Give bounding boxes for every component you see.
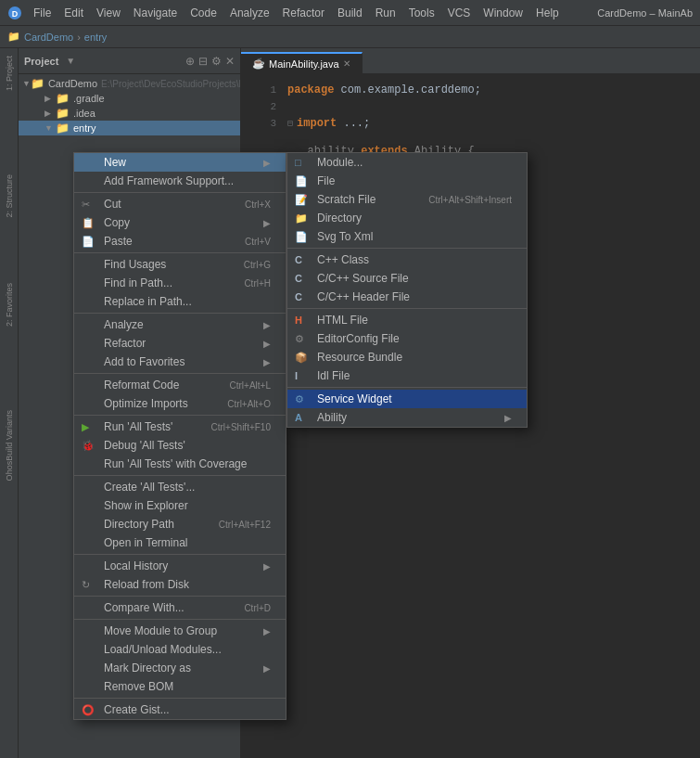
ctx-item-show-explorer[interactable]: Show in Explorer (74, 496, 286, 515)
tree-item-entry[interactable]: ▼ 📁 entry (19, 121, 240, 135)
ctx-sep-7 (74, 554, 286, 555)
ctx-item-analyze[interactable]: Analyze ▶ (74, 315, 286, 334)
ctx-item-reformat[interactable]: Reformat Code Ctrl+Alt+L (74, 376, 286, 394)
submenu-item-file[interactable]: 📄 File (287, 172, 527, 190)
submenu-item-html[interactable]: H HTML File (287, 311, 527, 329)
submenu-item-idl-file[interactable]: I Idl File (287, 366, 527, 385)
ctx-item-remove-bom[interactable]: Remove BOM (74, 677, 286, 696)
ctx-item-local-history[interactable]: Local History ▶ (74, 557, 286, 575)
submenu-item-cpp-class[interactable]: C C++ Class (287, 251, 527, 269)
ctx-item-paste[interactable]: 📄 Paste Ctrl+V (74, 232, 286, 251)
settings-icon[interactable]: ⚙ (211, 55, 222, 68)
sidebar-tab-structure[interactable]: 2: Structure (3, 171, 16, 222)
tab-main-ability[interactable]: ☕ MainAbility.java ✕ (241, 52, 363, 73)
breadcrumb-project-icon: 📁 (7, 31, 20, 43)
ctx-sep-10 (74, 698, 286, 699)
ctx-item-add-favorites[interactable]: Add to Favorites ▶ (74, 353, 286, 371)
collapse-icon[interactable]: ⊟ (198, 55, 208, 68)
ctx-item-compare-with[interactable]: Compare With... Ctrl+D (74, 598, 286, 617)
tree-item-carddemo[interactable]: ▼ 📁 CardDemo E:\Project\DevEcoStudioProj… (19, 76, 240, 91)
ctx-sep-1 (74, 192, 286, 193)
menu-build[interactable]: Build (332, 5, 368, 21)
tab-close-icon[interactable]: ✕ (343, 58, 350, 69)
menu-help[interactable]: Help (530, 5, 565, 21)
ctx-item-add-framework[interactable]: Add Framework Support... (74, 172, 286, 190)
ctx-sep-4 (74, 373, 286, 374)
submenu-item-resource-bundle[interactable]: 📦 Resource Bundle (287, 348, 527, 366)
ctx-sep-3 (74, 313, 286, 314)
menu-run[interactable]: Run (370, 5, 401, 21)
ctx-item-cut[interactable]: ✂ Cut Ctrl+X (74, 195, 286, 213)
ctx-sep-9 (74, 619, 286, 620)
submenu-item-module[interactable]: □ Module... (287, 153, 527, 172)
context-menu: New ▶ Add Framework Support... ✂ Cut Ctr… (73, 152, 286, 720)
ctx-item-create-gist[interactable]: ⭕ Create Gist... (74, 700, 286, 719)
ctx-item-mark-dir[interactable]: Mark Directory as ▶ (74, 659, 286, 677)
code-line-2: 2 (241, 98, 700, 115)
ctx-item-copy[interactable]: 📋 Copy ▶ (74, 213, 286, 232)
locate-icon[interactable]: ⊕ (185, 55, 195, 68)
menu-tools[interactable]: Tools (403, 5, 440, 21)
submenu-item-cpp-source[interactable]: C C/C++ Source File (287, 269, 527, 288)
left-sidebar: 1: Project 2: Structure 2: Favorites Oho… (0, 48, 19, 758)
app-logo: D (7, 6, 22, 20)
tree-item-gradle[interactable]: ▶ 📁 .gradle (19, 91, 240, 106)
ctx-item-dir-path[interactable]: Directory Path Ctrl+Alt+F12 (74, 515, 286, 533)
menu-bar: File Edit View Navigate Code Analyze Ref… (28, 5, 597, 21)
ctx-item-create-tests[interactable]: Create 'All Tests'... (74, 478, 286, 496)
breadcrumb-project[interactable]: CardDemo (24, 32, 73, 43)
menu-vcs[interactable]: VCS (442, 5, 477, 21)
sidebar-tab-project[interactable]: 1: Project (3, 52, 16, 95)
ctx-item-new[interactable]: New ▶ (74, 153, 286, 172)
menu-code[interactable]: Code (185, 5, 223, 21)
ctx-item-find-in-path[interactable]: Find in Path... Ctrl+H (74, 274, 286, 292)
menu-analyze[interactable]: Analyze (224, 5, 275, 21)
breadcrumb-sep: › (77, 32, 81, 43)
ctx-item-debug-tests[interactable]: 🐞 Debug 'All Tests' (74, 436, 286, 455)
ctx-sep-8 (74, 596, 286, 597)
ctx-item-reload-disk[interactable]: ↻ Reload from Disk (74, 575, 286, 594)
menu-navigate[interactable]: Navigate (128, 5, 183, 21)
java-tab-icon: ☕ (252, 58, 265, 70)
ctx-item-optimize-imports[interactable]: Optimize Imports Ctrl+Alt+O (74, 394, 286, 413)
submenu-item-directory[interactable]: 📁 Directory (287, 209, 527, 227)
submenu-item-svg-to-xml[interactable]: 📄 Svg To Xml (287, 227, 527, 246)
ctx-item-refactor[interactable]: Refactor ▶ (74, 334, 286, 353)
ctx-new-arrow: ▶ (263, 158, 271, 168)
menu-file[interactable]: File (28, 5, 57, 21)
tab-filename: MainAbility.java (269, 58, 339, 70)
line-number-2: 2 (248, 101, 276, 112)
ctx-item-open-terminal[interactable]: Open in Terminal (74, 533, 286, 552)
submenu-item-service-widget[interactable]: ⚙ Service Widget (287, 390, 527, 408)
menu-view[interactable]: View (91, 5, 126, 21)
tree-item-idea[interactable]: ▶ 📁 .idea (19, 106, 240, 121)
ctx-item-move-module[interactable]: Move Module to Group ▶ (74, 622, 286, 640)
panel-header: Project ▼ ⊕ ⊟ ⚙ ✕ (19, 48, 240, 74)
window-title: CardDemo – MainAb (597, 7, 693, 19)
submenu-item-editor-config[interactable]: ⚙ EditorConfig File (287, 329, 527, 348)
code-line-1: 1 package com.example.carddemo; (241, 82, 700, 98)
menu-window[interactable]: Window (477, 5, 528, 21)
menu-refactor[interactable]: Refactor (277, 5, 330, 21)
ctx-item-run-tests[interactable]: ▶ Run 'All Tests' Ctrl+Shift+F10 (74, 418, 286, 436)
panel-actions: ⊕ ⊟ ⚙ ✕ (185, 55, 235, 68)
ctx-item-load-unload[interactable]: Load/Unload Modules... (74, 640, 286, 659)
ctx-item-run-coverage[interactable]: Run 'All Tests' with Coverage (74, 455, 286, 473)
title-bar: D File Edit View Navigate Code Analyze R… (0, 0, 700, 26)
breadcrumb: 📁 CardDemo › entry (0, 26, 700, 48)
submenu-item-ability[interactable]: A Ability ▶ (287, 408, 527, 427)
line-number-1: 1 (248, 84, 276, 96)
breadcrumb-folder[interactable]: entry (84, 32, 107, 43)
sidebar-tab-favorites[interactable]: 2: Favorites (3, 279, 16, 330)
editor-tabs: ☕ MainAbility.java ✕ (241, 48, 700, 74)
panel-title: Project (24, 56, 58, 67)
ctx-item-replace-in-path[interactable]: Replace in Path... (74, 292, 286, 311)
ctx-sep-5 (74, 415, 286, 416)
line-number-3: 3 (248, 118, 276, 129)
menu-edit[interactable]: Edit (58, 5, 89, 21)
ctx-item-find-usages[interactable]: Find Usages Ctrl+G (74, 255, 286, 274)
submenu-item-cpp-header[interactable]: C C/C++ Header File (287, 288, 527, 306)
submenu-item-scratch-file[interactable]: 📝 Scratch File Ctrl+Alt+Shift+Insert (287, 190, 527, 209)
close-panel-icon[interactable]: ✕ (225, 55, 235, 68)
sidebar-tab-ohos[interactable]: OhosBuild Variants (3, 406, 16, 484)
